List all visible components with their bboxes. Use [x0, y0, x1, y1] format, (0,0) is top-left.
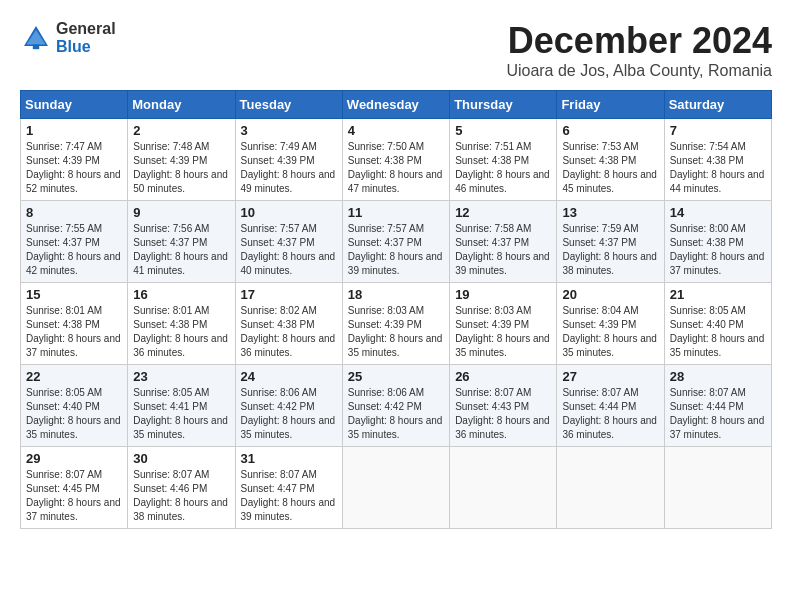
day-info: Sunrise: 8:03 AMSunset: 4:39 PMDaylight:… [455, 305, 550, 358]
day-info: Sunrise: 8:00 AMSunset: 4:38 PMDaylight:… [670, 223, 765, 276]
day-info: Sunrise: 8:07 AMSunset: 4:46 PMDaylight:… [133, 469, 228, 522]
day-info: Sunrise: 7:54 AMSunset: 4:38 PMDaylight:… [670, 141, 765, 194]
day-number: 8 [26, 205, 122, 220]
calendar-day-cell: 10 Sunrise: 7:57 AMSunset: 4:37 PMDaylig… [235, 201, 342, 283]
day-info: Sunrise: 7:53 AMSunset: 4:38 PMDaylight:… [562, 141, 657, 194]
day-info: Sunrise: 8:07 AMSunset: 4:47 PMDaylight:… [241, 469, 336, 522]
calendar-day-cell: 26 Sunrise: 8:07 AMSunset: 4:43 PMDaylig… [450, 365, 557, 447]
day-info: Sunrise: 7:49 AMSunset: 4:39 PMDaylight:… [241, 141, 336, 194]
calendar-week-row: 8 Sunrise: 7:55 AMSunset: 4:37 PMDayligh… [21, 201, 772, 283]
day-info: Sunrise: 8:01 AMSunset: 4:38 PMDaylight:… [26, 305, 121, 358]
day-info: Sunrise: 8:05 AMSunset: 4:40 PMDaylight:… [26, 387, 121, 440]
day-number: 20 [562, 287, 658, 302]
day-number: 28 [670, 369, 766, 384]
day-number: 2 [133, 123, 229, 138]
day-info: Sunrise: 7:57 AMSunset: 4:37 PMDaylight:… [348, 223, 443, 276]
calendar-day-cell: 2 Sunrise: 7:48 AMSunset: 4:39 PMDayligh… [128, 119, 235, 201]
day-number: 26 [455, 369, 551, 384]
day-info: Sunrise: 7:56 AMSunset: 4:37 PMDaylight:… [133, 223, 228, 276]
calendar-day-cell: 15 Sunrise: 8:01 AMSunset: 4:38 PMDaylig… [21, 283, 128, 365]
day-number: 25 [348, 369, 444, 384]
calendar-day-cell: 11 Sunrise: 7:57 AMSunset: 4:37 PMDaylig… [342, 201, 449, 283]
calendar-week-row: 1 Sunrise: 7:47 AMSunset: 4:39 PMDayligh… [21, 119, 772, 201]
weekday-header: Sunday [21, 91, 128, 119]
day-number: 10 [241, 205, 337, 220]
calendar-day-cell: 14 Sunrise: 8:00 AMSunset: 4:38 PMDaylig… [664, 201, 771, 283]
calendar-day-cell: 31 Sunrise: 8:07 AMSunset: 4:47 PMDaylig… [235, 447, 342, 529]
day-info: Sunrise: 7:57 AMSunset: 4:37 PMDaylight:… [241, 223, 336, 276]
calendar-day-cell: 16 Sunrise: 8:01 AMSunset: 4:38 PMDaylig… [128, 283, 235, 365]
calendar-day-cell [450, 447, 557, 529]
weekday-header: Wednesday [342, 91, 449, 119]
day-number: 31 [241, 451, 337, 466]
calendar-day-cell: 17 Sunrise: 8:02 AMSunset: 4:38 PMDaylig… [235, 283, 342, 365]
day-number: 23 [133, 369, 229, 384]
day-number: 27 [562, 369, 658, 384]
day-info: Sunrise: 7:59 AMSunset: 4:37 PMDaylight:… [562, 223, 657, 276]
day-number: 30 [133, 451, 229, 466]
month-year-title: December 2024 [506, 20, 772, 62]
day-number: 6 [562, 123, 658, 138]
calendar-day-cell: 8 Sunrise: 7:55 AMSunset: 4:37 PMDayligh… [21, 201, 128, 283]
calendar-day-cell: 9 Sunrise: 7:56 AMSunset: 4:37 PMDayligh… [128, 201, 235, 283]
day-number: 29 [26, 451, 122, 466]
logo-blue-label: Blue [56, 38, 116, 56]
calendar-day-cell: 6 Sunrise: 7:53 AMSunset: 4:38 PMDayligh… [557, 119, 664, 201]
calendar-week-row: 15 Sunrise: 8:01 AMSunset: 4:38 PMDaylig… [21, 283, 772, 365]
day-info: Sunrise: 7:47 AMSunset: 4:39 PMDaylight:… [26, 141, 121, 194]
calendar-day-cell: 7 Sunrise: 7:54 AMSunset: 4:38 PMDayligh… [664, 119, 771, 201]
calendar-day-cell: 21 Sunrise: 8:05 AMSunset: 4:40 PMDaylig… [664, 283, 771, 365]
day-info: Sunrise: 8:07 AMSunset: 4:45 PMDaylight:… [26, 469, 121, 522]
calendar-day-cell [557, 447, 664, 529]
calendar-day-cell: 30 Sunrise: 8:07 AMSunset: 4:46 PMDaylig… [128, 447, 235, 529]
calendar-week-row: 29 Sunrise: 8:07 AMSunset: 4:45 PMDaylig… [21, 447, 772, 529]
logo-icon [20, 22, 52, 54]
calendar-day-cell: 27 Sunrise: 8:07 AMSunset: 4:44 PMDaylig… [557, 365, 664, 447]
day-info: Sunrise: 8:07 AMSunset: 4:44 PMDaylight:… [562, 387, 657, 440]
calendar-day-cell [342, 447, 449, 529]
calendar-day-cell: 19 Sunrise: 8:03 AMSunset: 4:39 PMDaylig… [450, 283, 557, 365]
calendar-day-cell: 24 Sunrise: 8:06 AMSunset: 4:42 PMDaylig… [235, 365, 342, 447]
day-number: 18 [348, 287, 444, 302]
day-info: Sunrise: 7:50 AMSunset: 4:38 PMDaylight:… [348, 141, 443, 194]
day-number: 21 [670, 287, 766, 302]
day-number: 1 [26, 123, 122, 138]
calendar-week-row: 22 Sunrise: 8:05 AMSunset: 4:40 PMDaylig… [21, 365, 772, 447]
day-number: 22 [26, 369, 122, 384]
day-info: Sunrise: 7:55 AMSunset: 4:37 PMDaylight:… [26, 223, 121, 276]
calendar-day-cell: 28 Sunrise: 8:07 AMSunset: 4:44 PMDaylig… [664, 365, 771, 447]
day-number: 11 [348, 205, 444, 220]
day-number: 17 [241, 287, 337, 302]
day-info: Sunrise: 8:01 AMSunset: 4:38 PMDaylight:… [133, 305, 228, 358]
day-info: Sunrise: 7:58 AMSunset: 4:37 PMDaylight:… [455, 223, 550, 276]
day-number: 3 [241, 123, 337, 138]
day-number: 9 [133, 205, 229, 220]
calendar-day-cell: 25 Sunrise: 8:06 AMSunset: 4:42 PMDaylig… [342, 365, 449, 447]
logo: General Blue [20, 20, 116, 55]
calendar-table: SundayMondayTuesdayWednesdayThursdayFrid… [20, 90, 772, 529]
weekday-header: Saturday [664, 91, 771, 119]
day-number: 24 [241, 369, 337, 384]
day-info: Sunrise: 8:07 AMSunset: 4:43 PMDaylight:… [455, 387, 550, 440]
day-info: Sunrise: 7:48 AMSunset: 4:39 PMDaylight:… [133, 141, 228, 194]
day-number: 16 [133, 287, 229, 302]
logo-general-label: General [56, 20, 116, 38]
calendar-day-cell: 22 Sunrise: 8:05 AMSunset: 4:40 PMDaylig… [21, 365, 128, 447]
calendar-day-cell: 1 Sunrise: 7:47 AMSunset: 4:39 PMDayligh… [21, 119, 128, 201]
day-info: Sunrise: 8:07 AMSunset: 4:44 PMDaylight:… [670, 387, 765, 440]
day-number: 14 [670, 205, 766, 220]
day-number: 5 [455, 123, 551, 138]
weekday-header: Monday [128, 91, 235, 119]
day-number: 15 [26, 287, 122, 302]
weekday-header: Friday [557, 91, 664, 119]
day-info: Sunrise: 8:06 AMSunset: 4:42 PMDaylight:… [348, 387, 443, 440]
day-info: Sunrise: 8:03 AMSunset: 4:39 PMDaylight:… [348, 305, 443, 358]
day-info: Sunrise: 8:05 AMSunset: 4:40 PMDaylight:… [670, 305, 765, 358]
weekday-header: Thursday [450, 91, 557, 119]
calendar-day-cell: 20 Sunrise: 8:04 AMSunset: 4:39 PMDaylig… [557, 283, 664, 365]
location-subtitle: Uioara de Jos, Alba County, Romania [506, 62, 772, 80]
title-block: December 2024 Uioara de Jos, Alba County… [506, 20, 772, 80]
day-info: Sunrise: 7:51 AMSunset: 4:38 PMDaylight:… [455, 141, 550, 194]
calendar-day-cell [664, 447, 771, 529]
weekday-header-row: SundayMondayTuesdayWednesdayThursdayFrid… [21, 91, 772, 119]
